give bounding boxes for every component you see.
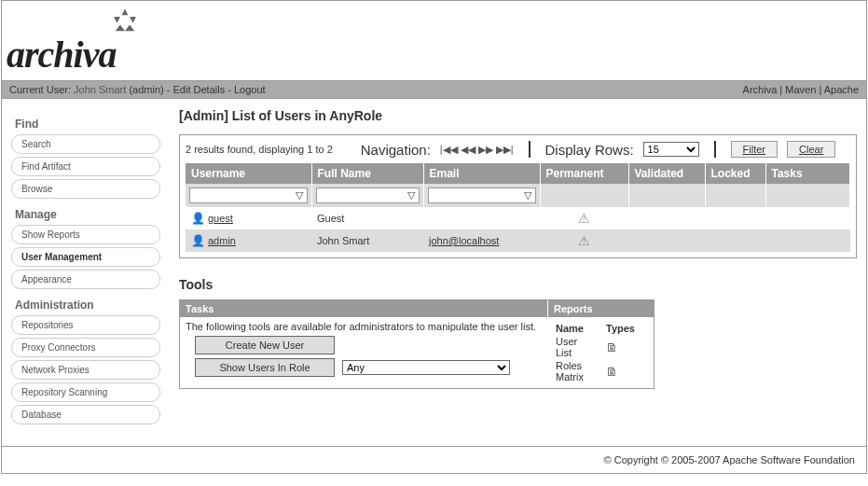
report-name: User List (556, 336, 604, 358)
logo-text: archiva (7, 33, 861, 76)
user-list-box: 2 results found, displaying 1 to 2 Navig… (179, 134, 857, 258)
document-icon[interactable]: 🗎 (606, 365, 618, 379)
sidebar-heading-administration: Administration (15, 299, 160, 312)
users-table: Username Full Name Email Permanent Valid… (186, 163, 850, 252)
display-rows-select[interactable]: 15 (643, 142, 699, 157)
user-link[interactable]: admin (208, 235, 236, 246)
document-icon[interactable]: 🗎 (606, 340, 618, 354)
filter-username-input[interactable] (191, 190, 293, 201)
col-username[interactable]: Username (186, 163, 311, 184)
cell-fullname: Guest (311, 207, 423, 229)
sidebar-item-proxy-connectors[interactable]: Proxy Connectors (11, 338, 160, 357)
email-link[interactable]: john@localhost (429, 235, 499, 246)
svg-marker-4 (125, 24, 134, 31)
user-icon: 👤 (191, 234, 205, 247)
first-page-icon[interactable]: |◀◀ (440, 144, 458, 156)
tools-heading: Tools (179, 277, 857, 292)
sidebar-item-network-proxies[interactable]: Network Proxies (11, 360, 160, 380)
divider (714, 141, 716, 158)
create-user-button[interactable]: Create New User (195, 336, 335, 354)
current-user-role: (admin) (129, 84, 163, 95)
col-tasks[interactable]: Tasks (765, 163, 850, 184)
sidebar-item-show-reports[interactable]: Show Reports (11, 225, 160, 244)
navigation-label: Navigation: (361, 142, 431, 158)
permanent-icon: ⚠ (545, 211, 623, 226)
logout-link[interactable]: Logout (234, 84, 266, 95)
sidebar-item-browse[interactable]: Browse (11, 179, 160, 199)
filter-email-input[interactable] (430, 190, 521, 201)
sidebar: Find Search Find Artifact Browse Manage … (2, 108, 170, 427)
sidebar-item-repositories[interactable]: Repositories (11, 315, 160, 335)
permanent-icon: ⚠ (545, 233, 623, 248)
cell-email (423, 207, 540, 229)
display-rows-label: Display Rows: (545, 142, 634, 158)
header-logo-area: archiva (2, 1, 866, 80)
tools-box: Tasks Reports The following tools are av… (179, 299, 654, 389)
archiva-link[interactable]: Archiva (743, 84, 778, 95)
sidebar-item-user-management[interactable]: User Management (11, 247, 160, 267)
show-users-in-role-button[interactable]: Show Users In Role (195, 358, 335, 377)
divider (529, 141, 530, 158)
next-page-icon[interactable]: ▶▶ (478, 144, 493, 156)
filter-fullname-input[interactable] (318, 190, 405, 201)
tasks-header: Tasks (180, 300, 548, 317)
report-name: Roles Matrix (556, 360, 604, 382)
svg-marker-3 (116, 24, 125, 31)
results-text: 2 results found, displaying 1 to 2 (186, 144, 333, 155)
edit-details-link[interactable]: Edit Details (173, 84, 226, 95)
prev-page-icon[interactable]: ◀◀ (461, 144, 475, 156)
svg-marker-2 (130, 17, 136, 23)
maven-link[interactable]: Maven (785, 84, 816, 95)
table-row: 👤admin John Smart john@localhost ⚠ (186, 229, 850, 252)
svg-marker-0 (122, 8, 129, 15)
last-page-icon[interactable]: ▶▶| (496, 144, 514, 156)
role-select[interactable]: Any (342, 360, 510, 375)
current-user-label: Current User: (9, 84, 71, 95)
filter-icon[interactable]: ▽ (293, 189, 306, 201)
user-bar: Current User: John Smart (admin) - Edit … (2, 80, 866, 99)
col-permanent[interactable]: Permanent (540, 163, 628, 184)
current-user-name: John Smart (74, 84, 126, 95)
col-locked[interactable]: Locked (705, 163, 765, 184)
filter-icon[interactable]: ▽ (521, 189, 534, 201)
sidebar-item-search[interactable]: Search (11, 134, 160, 154)
col-fullname[interactable]: Full Name (311, 163, 423, 184)
clear-button[interactable]: Clear (787, 141, 835, 158)
sidebar-item-appearance[interactable]: Appearance (11, 270, 160, 289)
filter-icon[interactable]: ▽ (405, 189, 418, 201)
svg-marker-1 (114, 17, 120, 23)
footer-copyright: © Copyright © 2005-2007 Apache Software … (2, 446, 866, 473)
user-icon: 👤 (191, 212, 205, 225)
sidebar-item-repository-scanning[interactable]: Repository Scanning (11, 382, 160, 402)
sidebar-heading-manage: Manage (15, 208, 160, 221)
apache-link[interactable]: Apache (824, 84, 859, 95)
col-email[interactable]: Email (423, 163, 540, 184)
sidebar-item-find-artifact[interactable]: Find Artifact (11, 157, 160, 176)
table-row: 👤guest Guest ⚠ (186, 207, 850, 229)
page-title: [Admin] List of Users in AnyRole (179, 108, 857, 123)
col-validated[interactable]: Validated (628, 163, 705, 184)
filter-button[interactable]: Filter (731, 141, 778, 158)
sidebar-heading-find: Find (15, 118, 160, 131)
sidebar-item-database[interactable]: Database (11, 405, 160, 424)
reports-name-header: Name (556, 323, 604, 334)
reports-header: Reports (548, 300, 599, 317)
user-link[interactable]: guest (208, 213, 233, 224)
reports-types-header: Types (606, 323, 646, 334)
tools-intro: The following tools are available for ad… (186, 321, 543, 332)
cell-fullname: John Smart (311, 229, 423, 252)
